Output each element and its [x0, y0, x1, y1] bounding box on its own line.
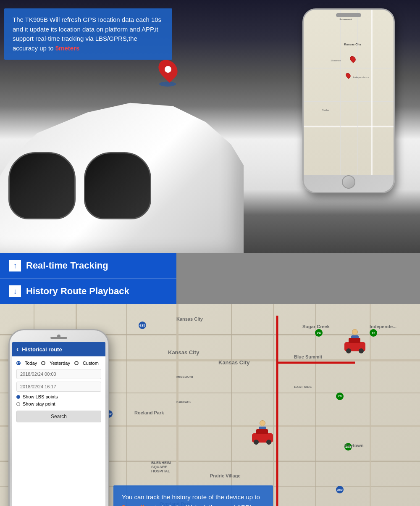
map-label-missouri: MISSOURI — [176, 375, 193, 379]
bottom-info-text-before: You can track the history route of the d… — [122, 493, 260, 501]
car-icon-middle — [252, 420, 273, 443]
map-label-prairie: Prairie Village — [210, 473, 241, 478]
app-title: Historical route — [22, 346, 62, 353]
phone-notch — [336, 13, 361, 17]
history-label-row: ↓ History Route Playback — [0, 279, 176, 304]
top-section: The TK905B Will refresh GPS Iocation dat… — [0, 0, 420, 253]
map-label-roeland: Roeland Park — [134, 410, 164, 415]
yesterday-label: Yesterday — [50, 361, 70, 366]
lbs-radio[interactable] — [16, 395, 20, 399]
date-to-input[interactable]: 2018/02/24 16:17 — [16, 382, 101, 392]
label-section: ↑ Real-time Tracking ↓ History Route Pla… — [0, 253, 176, 304]
map-label-sugar: Sugar Creek — [302, 324, 330, 329]
map-label-blenheim: BLENHEIMSQUAREHOSPITAL — [151, 461, 171, 473]
map-label-independence: Independe... — [370, 324, 396, 329]
lbs-option: Show LBS points — [16, 394, 101, 399]
map-label-blue: Blue Summit — [294, 354, 322, 359]
today-label: Today — [25, 361, 37, 366]
date-from-input[interactable]: 2018/02/24 00:00 — [16, 369, 101, 379]
map-label-east-side: EAST SIDE — [294, 385, 312, 389]
today-radio[interactable] — [16, 361, 21, 365]
map-label-kc-main: Kansas City — [168, 349, 199, 356]
search-button[interactable]: Search — [16, 411, 101, 422]
bottom-info-box: You can track the history route of the d… — [113, 485, 273, 506]
map-label-kc-top: Kansas City — [176, 316, 203, 322]
back-arrow[interactable]: ‹ — [16, 345, 18, 353]
car-grille-left — [8, 152, 76, 219]
map-pin-bottom — [346, 73, 350, 78]
custom-radio[interactable] — [74, 361, 79, 365]
realtime-label-row: ↑ Real-time Tracking — [0, 253, 176, 279]
phone-bottom-screen: ‹ Historical route Today Yesterday Custo… — [12, 342, 105, 506]
map-label-kansas: KANSAS — [176, 400, 191, 404]
top-info-text: The TK905B Will refresh GPS Iocation dat… — [13, 16, 161, 52]
custom-label: Custom — [83, 361, 99, 366]
history-label: History Route Playback — [26, 286, 129, 297]
top-info-box: The TK905B Will refresh GPS Iocation dat… — [4, 8, 172, 60]
phone-screen-top: Fairmount Kansas City Shawnee Independen… — [304, 10, 394, 175]
top-info-highlight: 5meters — [55, 45, 80, 52]
phone-home-button[interactable] — [342, 175, 355, 189]
app-header: ‹ Historical route — [12, 342, 105, 356]
map-pin-top — [350, 56, 355, 62]
bottom-info-text-after: via both the Web platform and APP! — [150, 503, 252, 506]
stay-option: Show stay point — [16, 401, 101, 406]
lbs-label: Show LBS points — [23, 394, 58, 399]
location-pin — [160, 59, 176, 87]
realtime-label: Real-time Tracking — [26, 260, 108, 271]
map-display: Fairmount Kansas City Shawnee Independen… — [304, 10, 394, 175]
phone-speaker — [50, 337, 67, 339]
arrow-down-icon: ↓ — [8, 285, 22, 298]
bottom-section: 635 169 635 32 35 169 435 70 350 24 12 K… — [0, 304, 420, 506]
yesterday-radio[interactable] — [41, 361, 45, 365]
arrow-up-icon: ↑ — [8, 259, 22, 272]
app-content: Today Yesterday Custom 2018/02/24 00:00 … — [12, 356, 105, 427]
bottom-info-highlight: 3 months — [122, 503, 150, 506]
stay-label: Show stay point — [23, 401, 55, 406]
car-icon-top — [344, 329, 365, 351]
phone-top: Fairmount Kansas City Shawnee Independen… — [302, 8, 395, 193]
car-grille-right — [84, 152, 151, 219]
stay-radio[interactable] — [16, 402, 20, 406]
phone-bottom: ‹ Historical route Today Yesterday Custo… — [8, 329, 109, 506]
date-options-row: Today Yesterday Custom — [16, 361, 101, 366]
